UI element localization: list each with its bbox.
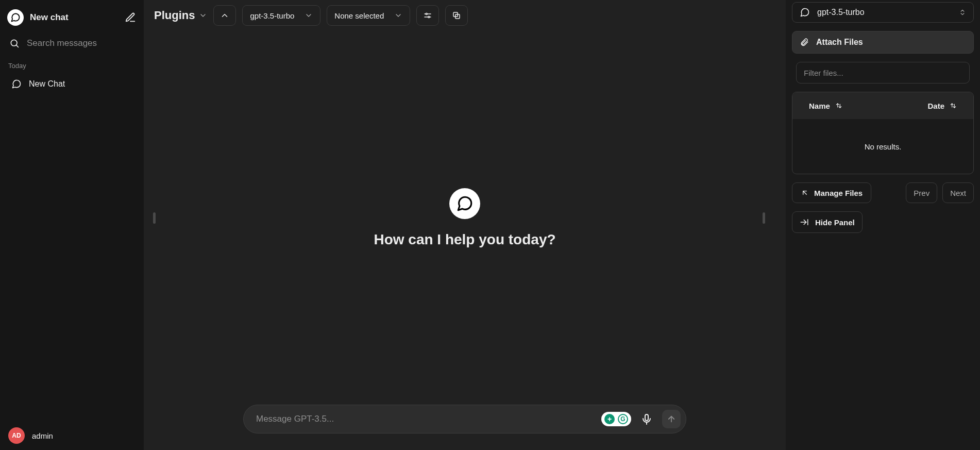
chat-bubble-icon [800,7,810,18]
files-table: Name Date No results. [792,92,974,174]
settings-button[interactable] [416,5,439,26]
endpoint-selector[interactable]: Plugins [154,9,207,22]
search-messages[interactable]: Search messages [0,33,144,54]
history-item-label: New Chat [29,79,65,89]
chat-bubble-icon [456,195,474,212]
sidebar-title: New chat [30,12,118,23]
arrow-right-to-line-icon [800,218,809,227]
extension-pill[interactable]: + G [601,412,631,426]
next-button[interactable]: Next [942,182,974,203]
panel-model-selector[interactable]: gpt-3.5-turbo [792,2,974,23]
svg-point-5 [428,16,430,18]
chat-content: How can I help you today? [144,31,786,405]
chevron-down-icon [394,11,402,20]
send-button[interactable] [662,410,681,428]
sidebar-footer[interactable]: AD admin [0,423,144,448]
plugin-selector[interactable]: None selected [327,5,410,26]
new-chat-button[interactable] [124,11,137,24]
svg-line-1 [16,45,19,47]
search-placeholder: Search messages [27,38,97,48]
search-icon [9,38,20,48]
main: Plugins gpt-3.5-turbo None selected How … [144,0,786,450]
user-avatar: AD [8,427,25,444]
right-panel: gpt-3.5-turbo Attach Files Name Date No … [786,0,980,450]
sidebar-header: New chat [0,6,144,33]
chat-bubble-icon [10,12,21,23]
column-date[interactable]: Date [927,102,957,110]
arrow-up-left-icon [801,189,809,197]
shield-plus-icon: + [604,414,615,424]
svg-point-0 [11,40,17,46]
composer-area: + G [144,405,786,450]
sort-icon [835,102,842,109]
sort-icon [950,102,957,109]
svg-point-4 [426,13,428,15]
manage-files-button[interactable]: Manage Files [792,182,871,203]
grammarly-icon: G [618,414,628,424]
plugin-selector-label: None selected [334,11,384,20]
attach-files-header[interactable]: Attach Files [792,31,974,54]
chevron-down-icon [199,11,207,20]
column-name[interactable]: Name [809,102,927,110]
resize-handle-left[interactable] [153,212,156,224]
topbar: Plugins gpt-3.5-turbo None selected [144,0,786,31]
user-name: admin [32,431,53,440]
files-table-header: Name Date [792,92,973,119]
message-input[interactable] [255,413,596,425]
splash-title: How can I help you today? [374,231,555,248]
svg-line-11 [803,191,807,195]
chat-bubble-icon [11,79,22,89]
app-logo[interactable] [7,9,24,26]
composer[interactable]: + G [243,405,686,434]
chevrons-up-down-icon [959,9,966,16]
panel-model-name: gpt-3.5-turbo [817,8,952,17]
prev-button[interactable]: Prev [906,182,937,203]
history-section-today: Today [0,54,144,74]
hide-panel-button[interactable]: Hide Panel [792,211,863,233]
copy-icon [452,11,461,20]
splash-logo [449,188,480,219]
chevron-down-icon [305,11,313,20]
files-empty-state: No results. [792,119,973,174]
svg-rect-8 [645,414,648,421]
arrow-up-icon [667,414,676,424]
resize-handle-right[interactable] [763,212,765,224]
chevron-up-icon [220,11,229,20]
filter-files-input[interactable] [796,62,970,84]
sidebar: New chat Search messages Today New Chat … [0,0,144,450]
voice-input-button[interactable] [636,409,657,429]
attach-files-label: Attach Files [816,38,863,47]
paperclip-icon [800,38,809,47]
model-selector[interactable]: gpt-3.5-turbo [242,5,320,26]
model-selector-label: gpt-3.5-turbo [250,11,294,20]
files-pagination: Manage Files Prev Next [792,182,974,203]
sliders-icon [423,11,432,20]
history-item[interactable]: New Chat [3,74,141,94]
edit-icon [125,12,136,23]
endpoint-label: Plugins [154,9,195,22]
presets-button[interactable] [445,5,468,26]
collapse-header-button[interactable] [213,5,236,26]
microphone-icon [640,413,653,425]
